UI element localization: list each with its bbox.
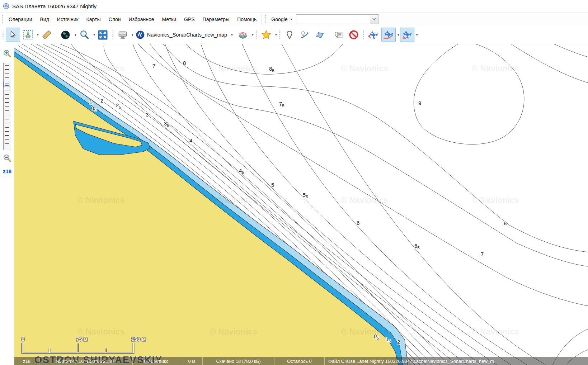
path-route-icon [300,30,309,39]
zoom-in-icon [3,49,11,58]
chevron-down-icon[interactable]: ▼ [416,34,418,36]
map-source-selector[interactable]: Navionics_SonarCharts_new_map ▼ [134,28,235,42]
zoom-tool-button[interactable] [77,28,91,42]
star-icon [261,29,272,40]
toolbar-grip[interactable] [255,30,257,39]
fullscreen-button[interactable] [96,28,110,42]
navionics-watermark: © Navionics [77,195,124,205]
main-area: z18 © Navionics© Navionics© Navionics© N… [0,44,588,365]
depth-label: 4 [189,137,192,143]
gps-follow-button[interactable] [400,28,414,42]
placemark-tools-group [282,28,361,42]
chevron-down-icon: ▼ [231,34,233,36]
chevron-down-icon[interactable]: ▼ [74,34,77,36]
menu-item-избранное[interactable]: Избранное [125,14,158,24]
depth-label: 6 [357,220,359,226]
zoom-slider-handle[interactable] [4,82,10,87]
toolbar-grip[interactable] [363,30,364,39]
chevron-down-icon[interactable]: ▼ [251,34,254,36]
zoom-out-icon [3,154,11,162]
zoom-level-label: z18 [3,168,11,174]
navionics-watermark: © Navionics [77,327,124,336]
status-segment-0: z18 [14,357,39,365]
scale-label: 0 [22,336,24,342]
menu-item-помощь[interactable]: Помощь [233,14,260,24]
zoom-out-button[interactable] [3,154,11,164]
map-canvas[interactable]: © Navionics© Navionics© Navionics© Navio… [14,44,588,365]
storage-device-icon [118,30,128,40]
menu-item-параметры[interactable]: Параметры [199,14,234,24]
favorites-button[interactable] [259,28,273,42]
pan-cursor-button[interactable] [6,28,20,42]
chevron-down-icon[interactable]: ▼ [397,34,400,36]
depth-label: 5 [271,182,274,188]
placemark-manager-button[interactable] [331,28,346,42]
google-label[interactable]: Google [271,16,287,22]
status-segment-6: Файл C:\Use...anet.Nightly 160326.9347\c… [325,357,588,365]
search-input[interactable] [296,15,370,24]
chevron-down-icon[interactable]: ▼ [37,34,39,36]
chevron-down-icon[interactable]: ▼ [275,34,277,36]
menu-item-метки[interactable]: Метки [158,14,180,24]
status-bar: z18N53°24'47.16" E50°06'21.87"0,71 м/пик… [14,357,588,365]
toolbar-grip[interactable] [2,30,4,39]
zoom-slider[interactable] [3,63,11,150]
gps-satellite-track-icon [383,29,394,40]
depth-label: 2 [100,98,103,104]
toolbar-grip[interactable] [264,15,266,24]
chevron-down-icon[interactable]: ▼ [93,34,95,36]
menu-item-слои[interactable]: Слои [105,14,125,24]
gps-track-button[interactable] [381,28,396,42]
polygon-icon [315,30,324,39]
status-segment-2: 0,71 м/пикс. [133,357,181,365]
title-bar: SAS.Планета 160326.9347 Nightly [0,0,588,12]
layers-icon [238,30,248,40]
depth-label: 7 [481,251,484,257]
navionics-watermark: © Navionics [341,195,388,205]
nav-tools-group: ▼ ▼ ▼ [5,28,110,42]
navionics-watermark: © Navionics [210,64,257,73]
zoom-in-button[interactable] [3,49,11,59]
toolbar-grip[interactable] [279,30,281,39]
gps-connect-button[interactable] [366,28,381,42]
depth-label: 3 [146,112,149,118]
favorites-group: ▼ [259,28,277,42]
gps-satellite-signal-icon [368,29,379,40]
hide-marks-button[interactable] [347,28,361,42]
navionics-watermark: © Navionics [472,327,519,336]
navionics-chart[interactable]: © Navionics© Navionics© Navionics© Navio… [14,44,588,365]
globe-fullmap-button[interactable] [58,28,73,42]
selection-download-button[interactable] [21,28,35,42]
chevron-down-icon: ▼ [290,18,292,20]
add-polygon-button[interactable] [312,28,327,42]
menu-bar: ОперацииВидИсточникКартыСлоиИзбранноеМет… [0,12,588,26]
navionics-logo-icon [136,30,145,39]
menu-item-операции[interactable]: Операции [5,14,36,24]
menu-item-gps[interactable]: GPS [180,14,199,24]
search-dropdown-button[interactable] [370,15,378,24]
cache-storage-button[interactable] [116,28,130,42]
menu-item-карты[interactable]: Карты [83,14,105,24]
depth-label: 1 [89,99,92,105]
status-segment-4: Скачано 18 (78,0 кБ) [203,357,274,365]
toolbar-separator [329,29,329,41]
chevron-down-icon[interactable]: ▼ [131,34,134,36]
menu-item-источник[interactable]: Источник [53,14,83,24]
toolbar-grip[interactable] [112,30,114,39]
measure-ruler-button[interactable] [39,28,54,42]
gps-satellite-follow-icon [402,29,413,40]
toolbar-grip[interactable] [1,15,3,24]
add-placemark-button[interactable] [282,28,297,42]
no-entry-icon [349,30,359,40]
ruler-icon [42,30,52,40]
gps-tools-group: ▼ ▼ [366,28,418,42]
menu-separator [262,14,262,24]
geocoder-select[interactable]: Google ▼ [271,16,292,22]
layers-button[interactable] [236,28,250,42]
add-path-button[interactable] [297,28,312,42]
app-icon [3,3,9,9]
menu-item-вид[interactable]: Вид [36,14,53,24]
globe-icon [61,30,70,40]
search-combobox [296,14,378,24]
select-region-icon [23,30,33,40]
